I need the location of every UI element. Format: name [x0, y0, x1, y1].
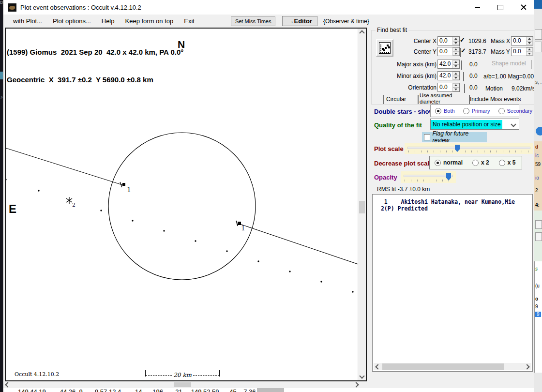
double-stars-both-option[interactable]: Both [435, 108, 455, 114]
spin-down-icon[interactable] [452, 64, 459, 69]
spin-up-icon[interactable] [526, 47, 533, 52]
circular-checkbox[interactable] [383, 95, 384, 104]
find-best-fit-button[interactable] [376, 39, 393, 57]
spin-up-icon[interactable] [526, 37, 533, 41]
major-axis-value[interactable]: 42.0 [438, 60, 452, 68]
background-text-fragment: (u [535, 283, 540, 288]
orientation-value[interactable]: 0.0 [438, 83, 452, 91]
shape-model-checkbox[interactable] [531, 60, 532, 69]
plot-scale-label: Plot scale [374, 145, 404, 152]
scale-x2-option[interactable]: x 2 [472, 159, 489, 166]
scale-normal-option[interactable]: normal [435, 159, 463, 166]
double-stars-label: Double stars - show [374, 108, 434, 115]
minor-axis-spinner[interactable]: 42.0 [437, 71, 460, 80]
orientation-spinner[interactable]: 0.0 [437, 83, 460, 92]
spin-up-icon[interactable] [452, 60, 459, 64]
mass-x-value[interactable]: 0.0 [512, 37, 526, 45]
menu-with-plot[interactable]: with Plot... [13, 17, 42, 25]
use-assumed-diameter-label: Use assumed diameter [420, 92, 454, 105]
spin-down-icon[interactable] [452, 76, 459, 80]
spin-down-icon[interactable] [452, 41, 459, 45]
maximize-button[interactable] [493, 2, 508, 13]
center-y-spinner[interactable]: 0.0 [437, 47, 460, 56]
scroll-thumb[interactable] [382, 363, 504, 370]
opacity-slider[interactable] [401, 171, 456, 183]
observation-row[interactable]: 2(P) Predicted [377, 205, 532, 212]
scale-x5-option[interactable]: x 5 [499, 159, 516, 166]
menu-keep-form-on-top[interactable]: Keep form on top [125, 17, 174, 25]
slider-track[interactable] [407, 147, 530, 149]
background-spinner-fragment [535, 42, 542, 52]
plot-horizontal-scrollbar[interactable] [3, 381, 361, 388]
slider-track[interactable] [404, 175, 453, 177]
scroll-right-button[interactable] [524, 363, 530, 370]
background-text-fragment: 9 [535, 312, 541, 317]
set-miss-times-button[interactable]: Set Miss Times [231, 16, 276, 26]
background-text-fragment: 2 [535, 188, 538, 193]
plot-scale-slider[interactable] [405, 143, 533, 154]
observations-listbox[interactable]: 1 Akitoshi Hatanaka, near Kumano,Mie 2(P… [372, 194, 533, 372]
close-icon [521, 4, 527, 10]
radio-icon [435, 160, 441, 166]
mass-y-label: Mass Y [491, 48, 510, 55]
screen: Dis 7- Plot event observations : Occult … [0, 0, 542, 392]
minor-axis-value[interactable]: 42.0 [438, 72, 452, 80]
editor-button[interactable]: →Editor [282, 16, 317, 26]
spin-down-icon[interactable] [526, 52, 533, 56]
major-axis-spinner[interactable]: 42.0 [437, 60, 460, 69]
spin-down-icon[interactable] [452, 88, 459, 92]
spin-up-icon[interactable] [452, 72, 459, 76]
spin-down-icon[interactable] [452, 52, 459, 56]
plot-canvas[interactable]: 1 1 [6, 29, 358, 380]
menu-plot-options[interactable]: Plot options... [53, 17, 91, 25]
include-miss-events-label: Include Miss events [470, 96, 521, 103]
mass-x-spinner[interactable]: 0.0 [511, 36, 533, 45]
spin-up-icon[interactable] [452, 37, 459, 41]
mass-y-spinner[interactable]: 0.0 [511, 47, 533, 56]
orientation-fit-checkbox[interactable] [464, 84, 465, 93]
flag-review-checkbox[interactable] [424, 134, 430, 140]
close-button[interactable] [516, 2, 531, 13]
quality-selected-value: No reliable position or size [431, 120, 502, 129]
scroll-thumb[interactable] [174, 382, 191, 387]
menu-exit[interactable]: Exit [184, 17, 195, 25]
minor-axis-fit-checkbox[interactable] [463, 72, 464, 81]
scroll-thumb[interactable] [359, 201, 365, 213]
observation-row[interactable]: 1 Akitoshi Hatanaka, near Kumano,Mie [377, 198, 532, 205]
scroll-left-button[interactable] [4, 381, 11, 388]
scroll-right-button[interactable] [353, 381, 360, 388]
center-y-value[interactable]: 0.0 [438, 47, 452, 56]
use-assumed-diameter-checkbox[interactable] [418, 95, 419, 104]
background-control-fragment [535, 232, 542, 241]
background-text-fragment: 4: [535, 202, 540, 208]
motion-label: Motion [485, 85, 503, 92]
double-stars-primary-option[interactable]: Primary [463, 108, 490, 114]
background-text-fragment: io [535, 175, 539, 181]
spin-up-icon[interactable] [452, 83, 459, 88]
fit-x-checkbox[interactable] [459, 37, 460, 46]
scroll-down-button[interactable] [358, 373, 366, 379]
chord1-pre-line [6, 148, 124, 185]
plot-vertical-scrollbar[interactable] [358, 29, 366, 380]
minimize-button[interactable] [470, 2, 484, 13]
orientation-fit-value: 0.0 [469, 84, 478, 91]
major-axis-fit-checkbox[interactable] [461, 60, 462, 70]
major-axis-fit-value: 0.0 [469, 61, 478, 68]
double-stars-secondary-option[interactable]: Secondary [498, 108, 533, 114]
scroll-left-button[interactable] [375, 363, 381, 370]
center-x-value[interactable]: 0.0 [438, 37, 452, 45]
quality-dropdown[interactable]: No reliable position or size [430, 119, 519, 130]
east-label: E [9, 202, 16, 215]
scroll-up-button[interactable] [358, 30, 366, 36]
asteroid-circle [108, 133, 256, 280]
background-control-fragment [535, 220, 542, 229]
list-horizontal-scrollbar[interactable] [374, 363, 531, 370]
spin-up-icon[interactable] [452, 47, 459, 52]
mass-y-value[interactable]: 0.0 [512, 47, 526, 56]
fit-y-checkbox[interactable] [460, 48, 461, 57]
spin-down-icon[interactable] [526, 41, 533, 45]
menu-help[interactable]: Help [102, 17, 115, 25]
center-x-spinner[interactable]: 0.0 [437, 36, 460, 45]
menubar: with Plot... Plot options... Help Keep f… [3, 15, 535, 28]
slider-ticks [405, 180, 452, 181]
